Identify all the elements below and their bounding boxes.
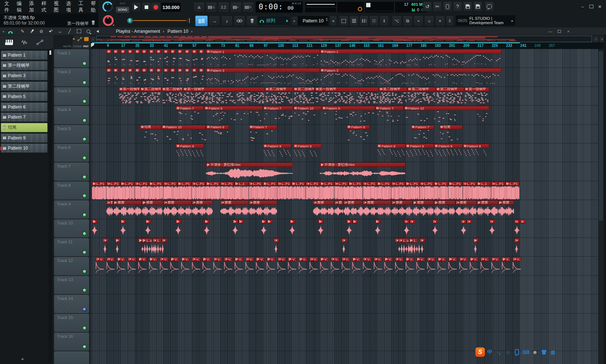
clip-header[interactable] xyxy=(106,49,112,54)
clip-header[interactable] xyxy=(432,219,438,224)
track-header-13[interactable]: Track 13... xyxy=(54,276,89,294)
track-row-4[interactable]: Pattern 7Pattern 5Pattern 7Pattern 10Pat… xyxy=(90,106,598,124)
clip[interactable]: V..3 xyxy=(256,257,264,275)
clip-header[interactable]: V..3 xyxy=(448,257,457,261)
track-led[interactable] xyxy=(83,62,87,66)
select-tool-button[interactable] xyxy=(76,28,82,34)
clip[interactable]: Pattern 3 xyxy=(206,68,320,86)
clip-header[interactable]: V..3 xyxy=(480,257,489,261)
ime-punctuation-button[interactable]: ·, xyxy=(495,348,503,356)
clip-header[interactable]: L..P1 xyxy=(391,182,405,186)
clip[interactable] xyxy=(342,238,347,256)
clip-header[interactable] xyxy=(106,68,112,72)
clip-header[interactable]: 擦擦 xyxy=(343,200,363,205)
track-header-15[interactable]: Track 15... xyxy=(54,314,89,332)
clip[interactable] xyxy=(185,49,190,67)
clip-header[interactable]: V..3 xyxy=(170,257,179,261)
pattern-item-10[interactable]: Pattern 10 xyxy=(1,143,48,153)
clip[interactable] xyxy=(170,68,176,86)
clip-header[interactable]: L..P1 xyxy=(163,182,177,186)
clip-header[interactable]: L..P1 xyxy=(206,182,220,186)
clip-header[interactable]: 第二段钢琴 xyxy=(162,87,183,92)
clip[interactable] xyxy=(135,49,140,67)
clip[interactable]: L..P1 xyxy=(177,182,192,200)
clip-header[interactable]: L..P1 xyxy=(491,182,505,186)
clip-header[interactable] xyxy=(135,49,140,54)
clip[interactable]: V..3 xyxy=(331,257,339,275)
clip-header[interactable] xyxy=(514,219,520,224)
clip[interactable] xyxy=(199,68,204,86)
clip-header[interactable]: L..P1 xyxy=(249,182,263,186)
pattern-scrollbar[interactable] xyxy=(49,50,52,363)
playlist-view-button[interactable] xyxy=(195,15,208,26)
clip[interactable]: L..P1 xyxy=(106,182,120,200)
clip[interactable]: V..3 xyxy=(202,257,211,275)
clip[interactable] xyxy=(145,219,151,238)
track-row-12[interactable]: V..3V..3V..3V..3V..3V..3V..3V..3V..3V..3… xyxy=(90,257,598,275)
clip[interactable] xyxy=(113,49,119,67)
track-led[interactable] xyxy=(83,307,87,311)
clip[interactable]: Pattern 1 xyxy=(320,49,501,67)
clip-header[interactable] xyxy=(163,49,169,54)
clip[interactable]: 第一段钢琴 xyxy=(315,87,379,105)
clip[interactable]: 擦擦 xyxy=(343,200,363,218)
clip-header[interactable] xyxy=(156,68,162,72)
clip-header[interactable]: V..3 xyxy=(363,257,372,261)
clip-header[interactable] xyxy=(162,238,167,243)
clip[interactable]: 不谓侠 - 萧忆情Alex xyxy=(320,163,405,181)
clip-header[interactable] xyxy=(176,219,181,224)
clip[interactable]: V..3 xyxy=(170,257,179,275)
clip-header[interactable]: V..3 xyxy=(106,257,115,261)
edison-record-button[interactable] xyxy=(443,1,452,12)
clip[interactable]: 擦擦 xyxy=(249,200,277,218)
clip-header[interactable]: L..P1 xyxy=(263,182,277,186)
clip-header[interactable]: 擦擦 xyxy=(313,200,334,205)
clip-header[interactable]: V..3 xyxy=(491,257,500,261)
clip-header[interactable]: L..P1 xyxy=(363,182,377,186)
track-row-1[interactable]: Pattern 1Pattern 1 xyxy=(90,49,598,68)
clip-header[interactable]: Pattern 5 xyxy=(322,106,375,110)
clip-header[interactable] xyxy=(342,238,347,243)
clip-header[interactable]: L..P1 xyxy=(320,182,334,186)
clip-header[interactable]: Pattern 7 xyxy=(263,106,293,110)
clip[interactable]: Pattern 9 xyxy=(263,144,291,162)
chat-button[interactable] xyxy=(485,1,494,12)
clip-header[interactable] xyxy=(192,68,197,72)
clip-header[interactable]: V..3 xyxy=(374,257,382,261)
clip[interactable]: 擦擦 xyxy=(220,200,249,218)
clip-header[interactable]: 擦擦 xyxy=(498,200,514,205)
clip[interactable]: V..3 xyxy=(352,257,361,275)
clip-header[interactable] xyxy=(149,68,154,72)
clip-header[interactable]: L..P1 xyxy=(192,182,206,186)
clip-header[interactable]: V..3 xyxy=(256,257,264,261)
clip[interactable]: V..3 xyxy=(117,257,126,275)
clip[interactable]: V..3 xyxy=(277,257,286,275)
clip-header[interactable]: 1..om xyxy=(399,238,409,243)
clip-header[interactable]: 擦擦 xyxy=(192,200,213,205)
clip[interactable]: Pattern 7 xyxy=(375,106,403,124)
clip[interactable] xyxy=(170,49,176,67)
clip-header[interactable]: L..P1 xyxy=(277,182,291,186)
save-new-version-button[interactable] xyxy=(473,1,482,12)
clip-header[interactable]: Pattern 9 xyxy=(176,144,204,148)
clip[interactable]: 结尾 xyxy=(439,125,462,143)
clip[interactable]: 擦擦 xyxy=(113,200,141,218)
clip[interactable]: V..3 xyxy=(427,257,436,275)
clip-header[interactable]: 1..1 xyxy=(409,238,418,243)
clip-header[interactable] xyxy=(103,238,108,243)
menu-item-1[interactable]: 编辑 xyxy=(17,0,23,13)
clip-header[interactable] xyxy=(199,49,204,54)
master-pitch-knob[interactable] xyxy=(103,15,114,26)
pattern-item-3[interactable]: Pattern 3 xyxy=(1,71,48,80)
clip[interactable]: V..3 xyxy=(309,257,318,275)
clip[interactable]: V..3 xyxy=(448,257,457,275)
clip[interactable] xyxy=(128,49,133,67)
clip-header[interactable]: V..3 xyxy=(277,257,286,261)
clip[interactable] xyxy=(261,219,267,238)
minimap[interactable] xyxy=(96,36,592,42)
clip[interactable] xyxy=(92,219,97,238)
clip-header[interactable] xyxy=(185,49,190,54)
clip-header[interactable] xyxy=(163,68,169,72)
grid-view-button[interactable] xyxy=(369,15,379,26)
loop-record-button[interactable]: ↻ xyxy=(242,2,254,13)
